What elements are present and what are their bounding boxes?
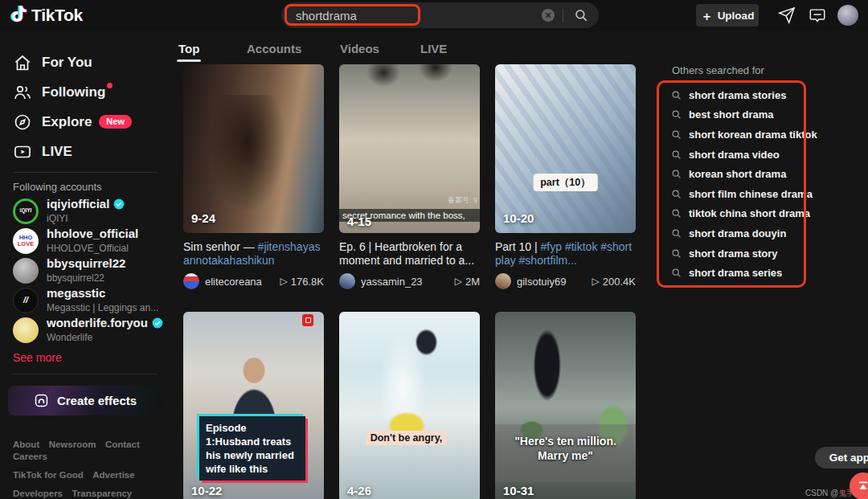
creator-username[interactable]: gilsotuiy69 [517,276,587,288]
thumbnail-caption-label: Don't be angry, [366,431,448,445]
play-count-icon: ▷ [592,276,600,287]
suggestion-short-drama-stories[interactable]: short drama stories [657,85,805,105]
video-meta: yassamin_23 ▷2M [339,273,480,289]
video-card: Episode 1:Husband treats his newly marri… [183,312,324,499]
video-date: 10-20 [503,211,534,225]
suggestion-tiktok-china-short-drama[interactable]: tiktok china short drama [657,204,805,224]
video-date: 10-22 [191,484,222,497]
account-avatar: HHOLOVE [13,228,39,254]
video-thumbnail[interactable]: 9-24 [183,64,324,233]
profile-avatar[interactable] [837,5,858,26]
search-icon [671,149,682,160]
video-date: 10-31 [503,484,534,497]
sidebar-divider [13,374,158,374]
tiktok-logo[interactable]: TikTok [10,4,83,27]
search-icon [574,8,588,22]
suggestion-short-drama-video[interactable]: short drama video [657,145,805,165]
account-megasstic[interactable]: // megasstic Megasstic | Leggings an... [0,285,170,315]
search-bar[interactable]: shortdrama ✕ [281,2,599,28]
verified-badge-icon [152,317,163,329]
search-icon [671,129,682,140]
inbox-plane-icon[interactable] [778,6,796,24]
tiktok-wordmark: TikTok [31,6,83,25]
following-accounts-header: Following accounts [13,181,170,193]
footer-link-advertise[interactable]: Advertise [92,469,134,481]
sidebar-footer: About Newsroom Contact Careers TikTok fo… [13,438,162,499]
tab-live[interactable]: LIVE [420,42,447,55]
active-tab-underline [177,59,201,62]
sidebar: For You Following ExploreNew LIVE Follow… [0,31,170,499]
sidebar-item-live[interactable]: LIVE [6,139,164,165]
clear-search-icon[interactable]: ✕ [542,9,555,22]
footer-link-newsroom[interactable]: Newsroom [49,439,96,450]
new-badge: New [99,115,132,129]
account-wonderlife-foryou[interactable]: wonderlife.foryou Wonderlife [0,315,170,345]
sidebar-item-explore[interactable]: ExploreNew [6,109,164,135]
footer-link-contact[interactable]: Contact [105,439,140,450]
thumbnail-part-label: part（10） [533,174,598,191]
back-to-top-button[interactable] [850,472,868,499]
suggestion-short-drama-series[interactable]: short drama series [657,263,805,283]
verified-badge-icon [113,198,125,210]
video-thumbnail[interactable]: Episode 1:Husband treats his newly marri… [183,312,324,499]
suggestion-short-drama-douyin[interactable]: short drama douyin [657,223,805,243]
live-icon [13,142,32,162]
messages-icon[interactable] [809,6,826,24]
video-caption[interactable]: Part 10 | #fyp #tiktok #shortplay #short… [495,240,636,268]
suggestion-best-short-drama[interactable]: best short drama [657,105,805,125]
suggestion-short-drama-story[interactable]: short drama story [657,243,805,264]
get-app-button[interactable]: Get app [815,447,868,468]
tab-top[interactable]: Top [178,42,199,55]
account-iqiyiofficial[interactable]: iQIYI iqiyiofficial iQIYI [0,196,170,226]
account-avatar [13,258,39,284]
effect-house-icon [34,393,49,408]
suggestion-korean-short-drama[interactable]: korean short drama [657,164,805,184]
footer-link-transparency[interactable]: Transparency [72,488,132,499]
suggestion-short-korean-drama-tiktok[interactable]: short korean drama tiktok [657,125,805,145]
others-searched-header: Others searched for [672,64,764,76]
footer-link-developers[interactable]: Developers [13,488,63,499]
compass-icon [13,112,32,132]
video-thumbnail[interactable]: part（10） 10-20 [495,64,636,233]
back-to-top-icon [856,479,868,493]
footer-link-tiktok-for-good[interactable]: TikTok for Good [13,469,84,481]
creator-avatar[interactable] [183,273,199,289]
tab-videos[interactable]: Videos [340,42,379,55]
upload-button[interactable]: ＋ Upload [696,4,759,27]
tab-accounts[interactable]: Accounts [247,42,301,55]
video-meta: gilsotuiy69 ▷200.4K [495,273,636,289]
video-caption[interactable]: Sim senhor — #jitenshayasannotakahashiku… [183,240,324,268]
create-effects-button[interactable]: Create effects [8,386,162,415]
creator-avatar[interactable] [339,273,355,289]
video-card: part（10） 10-20 Part 10 | #fyp #tiktok #s… [495,64,636,289]
thumbnail-watermark: 备案号: 9 [448,195,477,206]
see-more-link[interactable]: See more [13,351,170,364]
view-count: 176.8K [291,276,324,288]
video-thumbnail[interactable]: Don't be angry, 4-26 [339,312,480,499]
sidebar-item-following[interactable]: Following [6,80,164,105]
search-input[interactable]: shortdrama [281,9,542,22]
creator-username[interactable]: elitecoreana [205,276,275,288]
suggestion-short-film-chinese-drama[interactable]: short film chinese drama [657,184,805,204]
search-suggestions-list: short drama stories best short drama sho… [657,85,805,283]
view-count: 200.4K [603,276,636,288]
search-icon [671,228,682,239]
video-date: 4-15 [347,215,371,228]
creator-avatar[interactable] [495,273,511,289]
thumbnail-episode-label: Episode 1:Husband treats his newly marri… [199,416,305,481]
video-thumbnail[interactable]: 备案号: 9 secret romance with the boss, 4-1… [339,64,480,233]
search-icon [671,90,682,100]
footer-link-careers[interactable]: Careers [13,451,47,462]
sidebar-item-for-you[interactable]: For You [6,50,164,76]
video-caption[interactable]: Ep. 6 | Heartbroken for a moment and mar… [339,240,480,268]
account-bbysquirrel22[interactable]: bbysquirrel22 bbysquirrel22 [0,256,170,285]
thumbnail-quote: "Here's ten million. Marry me" [495,434,636,463]
search-submit-button[interactable] [563,2,599,28]
video-thumbnail[interactable]: "Here's ten million. Marry me" 10-31 [495,312,636,499]
search-icon [671,268,682,278]
search-icon [671,169,682,179]
video-card: "Here's ten million. Marry me" 10-31 [495,312,636,499]
creator-username[interactable]: yassamin_23 [361,276,449,288]
footer-link-about[interactable]: About [13,439,39,450]
account-hholove-official[interactable]: HHOLOVE hholove_official HHOLOVE_Officia… [0,226,170,256]
